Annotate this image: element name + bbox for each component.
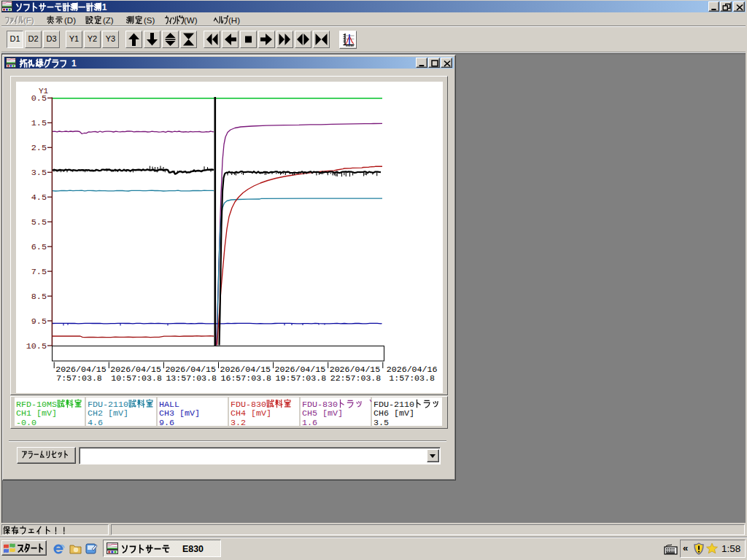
svg-text:22:57:03.8: 22:57:03.8 <box>330 373 382 383</box>
svg-text:10.5: 10.5 <box>26 341 47 351</box>
svg-text:5.5: 5.5 <box>31 217 47 228</box>
svg-text:1.5: 1.5 <box>31 118 47 128</box>
svg-text:8.5: 8.5 <box>31 292 47 302</box>
svg-text:6.5: 6.5 <box>31 242 47 252</box>
svg-text:3.5: 3.5 <box>31 168 47 178</box>
svg-text:0.5: 0.5 <box>31 93 47 104</box>
svg-text:9.5: 9.5 <box>31 316 47 327</box>
svg-text:2.5: 2.5 <box>31 143 47 153</box>
svg-text:1: 1 <box>102 2 107 12</box>
svg-text:Y1: Y1 <box>39 87 49 96</box>
svg-text:16:57:03.8: 16:57:03.8 <box>221 373 272 383</box>
svg-text:13:57:03.8: 13:57:03.8 <box>166 373 217 383</box>
svg-text:19:57:03.8: 19:57:03.8 <box>276 373 327 383</box>
svg-text:10:57:03.8: 10:57:03.8 <box>111 373 162 383</box>
svg-text:1:57:03.8: 1:57:03.8 <box>389 373 435 383</box>
svg-text:7.5: 7.5 <box>31 267 47 277</box>
svg-text:4.5: 4.5 <box>31 192 47 203</box>
svg-text:7:57:03.8: 7:57:03.8 <box>56 373 102 383</box>
